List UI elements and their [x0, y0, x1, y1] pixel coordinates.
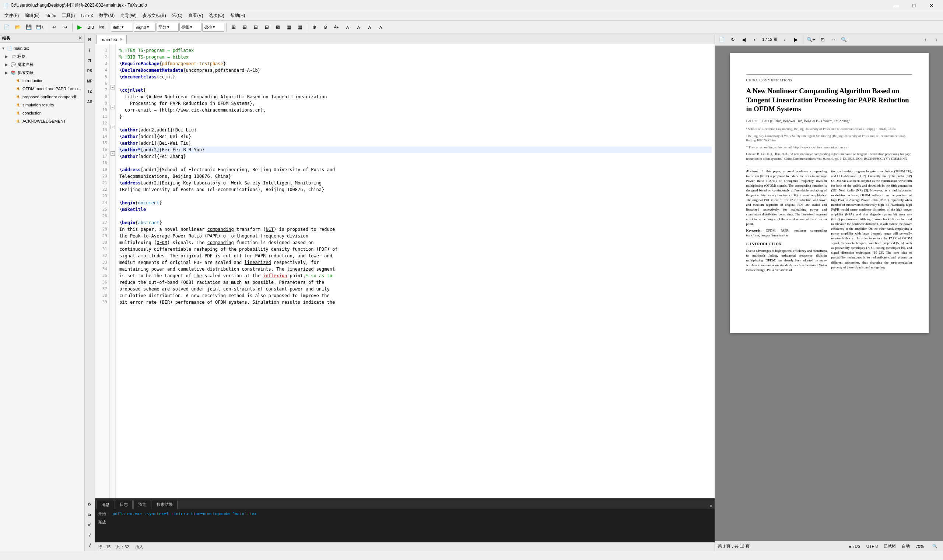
tree-item-ack[interactable]: H. ACKNOWLEDGEMENT: [0, 117, 84, 125]
preview-fit-page-btn[interactable]: ⊡: [817, 35, 828, 45]
compile-bibtex-button[interactable]: BIB: [85, 22, 96, 32]
console-tab-log[interactable]: 日志: [115, 500, 133, 509]
fold-btn-2[interactable]: −: [111, 105, 115, 109]
open-button[interactable]: 📂: [12, 22, 23, 32]
structure-panel-close[interactable]: ✕: [78, 35, 82, 41]
format-btn6[interactable]: A: [364, 22, 374, 32]
redo-button[interactable]: ↪: [60, 22, 70, 32]
code-editor[interactable]: % !TEX TS-program = pdflatex % !BIB TS-p…: [116, 44, 715, 498]
menu-help[interactable]: 帮助(H): [227, 12, 248, 20]
menu-view[interactable]: 查看(V): [185, 12, 206, 20]
console-tab-messages[interactable]: 消息: [97, 500, 114, 509]
menu-options[interactable]: 选项(O): [206, 12, 227, 20]
math-table3[interactable]: ⊟: [251, 22, 261, 32]
menu-tools[interactable]: 工具(I): [59, 12, 78, 20]
code-line-20: Telecommunications, Beijing 100876, Chin…: [119, 173, 712, 180]
format-btn5[interactable]: A: [353, 22, 364, 32]
side-icon-i[interactable]: I: [85, 46, 94, 54]
side-icon-x2[interactable]: x₂: [85, 510, 94, 519]
side-icon-b[interactable]: B: [85, 35, 94, 44]
menu-bibtex[interactable]: 参考文献(B): [140, 12, 169, 20]
new-button[interactable]: 📄: [2, 22, 12, 32]
tree-item-simulation[interactable]: H. simulation results: [0, 101, 84, 109]
side-icon-sqrt[interactable]: √: [85, 531, 94, 539]
tree-item-ofdm[interactable]: H. OFDM model and PAPR formu...: [0, 85, 84, 93]
side-icon-sqrt2[interactable]: √: [85, 541, 94, 550]
math-table6[interactable]: ▦: [284, 22, 294, 32]
console-close-btn[interactable]: ✕: [709, 503, 713, 509]
preview-fit-width-btn[interactable]: ↔: [829, 35, 839, 45]
right-delim-dropdown[interactable]: \right) ▾: [134, 23, 156, 32]
math-table7[interactable]: ▦: [295, 22, 305, 32]
close-button[interactable]: ✕: [923, 0, 940, 11]
tab-close-btn[interactable]: ✕: [119, 37, 123, 42]
tree-item-main-tex[interactable]: ▼ 📄 main.tex: [0, 44, 84, 52]
label-dropdown[interactable]: 标签 ▾: [179, 23, 202, 32]
menu-latex[interactable]: LaTeX: [78, 12, 96, 19]
side-icon-pi[interactable]: π: [85, 56, 94, 65]
save-all-button[interactable]: 💾+: [35, 22, 45, 32]
side-icon-x3[interactable]: x³: [85, 520, 94, 529]
side-icon-fx[interactable]: fx: [85, 500, 94, 508]
math-table4[interactable]: ⊟: [262, 22, 272, 32]
fold-btn-4[interactable]: −: [111, 151, 115, 156]
tree-item-tag[interactable]: ▶ 🏷 标签: [0, 52, 84, 60]
preview-zoom-out-btn[interactable]: 🔍-: [840, 35, 850, 45]
menu-math[interactable]: 数学(M): [96, 12, 117, 20]
menu-file[interactable]: 文件(F): [2, 12, 22, 20]
size-dropdown[interactable]: 极小 ▾: [202, 23, 224, 32]
left-delim-dropdown[interactable]: \left( ▾: [111, 23, 133, 32]
preview-scroll-up-btn[interactable]: ↑: [920, 35, 931, 45]
preview-next-btn[interactable]: ›: [780, 35, 790, 45]
preview-scroll-down-btn[interactable]: ↓: [931, 35, 941, 45]
pdf-keywords: Keywords: OFDM; PAPR; nonlinear compandi…: [746, 228, 827, 238]
format-btn7[interactable]: A: [375, 22, 386, 32]
console-tab-search[interactable]: 搜索结果: [152, 500, 177, 509]
format-btn2[interactable]: ⊖: [320, 22, 330, 32]
menu-wizard[interactable]: 向导(W): [117, 12, 139, 20]
preview-refresh-btn[interactable]: ↻: [727, 35, 738, 45]
side-icon-mp[interactable]: MP: [85, 77, 94, 85]
menu-idefix[interactable]: Idefix: [42, 12, 59, 19]
side-icon-as[interactable]: AS: [85, 97, 94, 106]
side-icon-ps[interactable]: PS: [85, 66, 94, 75]
preview-content[interactable]: China Communications A New Nonlinear Com…: [715, 46, 943, 541]
console-tab-preview[interactable]: 预览: [133, 500, 151, 509]
main-layout: 结构 ✕ ▼ 📄 main.tex ▶ 🏷 标签 ▶ 💬 魔术注释: [0, 34, 943, 551]
minimize-button[interactable]: —: [888, 0, 905, 11]
structure-panel: 结构 ✕ ▼ 📄 main.tex ▶ 🏷 标签 ▶ 💬 魔术注释: [0, 34, 85, 551]
tree-item-introduction[interactable]: H. introduction: [0, 77, 84, 85]
undo-button[interactable]: ↩: [49, 22, 59, 32]
format-btn4[interactable]: A: [342, 22, 353, 32]
preview-zoom-in-btn[interactable]: 🔍+: [805, 35, 817, 45]
save-button[interactable]: 💾: [23, 22, 34, 32]
maximize-button[interactable]: □: [905, 0, 922, 11]
format-btn3[interactable]: A▸: [331, 22, 342, 32]
math-table1[interactable]: ⊞: [228, 22, 239, 32]
preview-open-btn[interactable]: 📄: [716, 35, 727, 45]
preview-search-btn[interactable]: 🔍: [930, 541, 940, 552]
toolbar-sep2: [72, 23, 72, 32]
menu-macro[interactable]: 宏(C): [169, 12, 186, 20]
math-table2[interactable]: ⊞: [239, 22, 250, 32]
fold-btn-1[interactable]: −: [111, 85, 115, 89]
tree-item-conclusion[interactable]: H. conclusion: [0, 109, 84, 117]
tree-item-references[interactable]: ▶ 📚 参考文献: [0, 68, 84, 77]
toolbar-sep3: [109, 23, 109, 32]
tree-item-magic[interactable]: ▶ 💬 魔术注释: [0, 60, 84, 68]
preview-next-page-btn[interactable]: ▶: [791, 35, 801, 45]
compile-button[interactable]: ▶: [74, 22, 85, 32]
editor-tab-main[interactable]: main.tex ✕: [97, 35, 127, 44]
partial-dropdown[interactable]: 部分 ▾: [157, 23, 179, 32]
format-btn1[interactable]: ⊕: [309, 22, 319, 32]
menu-edit[interactable]: 编辑(E): [22, 12, 42, 20]
preview-prev-btn[interactable]: ‹: [750, 35, 760, 45]
window-controls[interactable]: — □ ✕: [888, 0, 940, 11]
math-table5[interactable]: ⊠: [273, 22, 283, 32]
pdf-journal-name: China Communications: [746, 78, 912, 82]
log-button[interactable]: log: [97, 22, 107, 32]
tree-item-proposed[interactable]: H. proposed nonlinear compandi...: [0, 93, 84, 101]
side-icon-tz[interactable]: TZ: [85, 87, 94, 96]
fold-btn-3[interactable]: −: [111, 125, 115, 129]
preview-prev-page-btn[interactable]: ◀: [738, 35, 749, 45]
